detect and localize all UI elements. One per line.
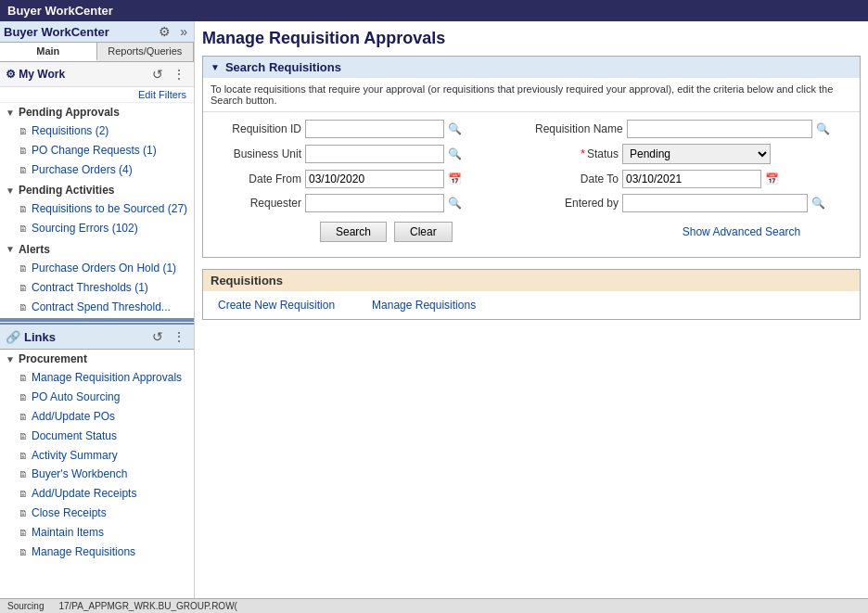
- app-title: Buyer WorkCenter: [7, 4, 113, 18]
- create-new-req-link[interactable]: Create New Requisition: [218, 299, 335, 312]
- group-alerts-header[interactable]: ▼ Alerts: [0, 240, 194, 259]
- scroll-indicator: [0, 318, 194, 322]
- group-pending-approvals-header[interactable]: ▼ Pending Approvals: [0, 103, 194, 121]
- sidebar-item-sourcing-errors[interactable]: 🗎 Sourcing Errors (102): [15, 219, 194, 238]
- page-icon: 🗎: [19, 411, 28, 424]
- page-icon: 🗎: [19, 125, 28, 138]
- page-icon: 🗎: [19, 164, 28, 177]
- sidebar-item-add-update-receipts[interactable]: 🗎 Add/Update Receipts: [15, 484, 194, 504]
- search-box-description: To locate requisitions that require your…: [203, 78, 860, 112]
- group-pending-approvals-label: Pending Approvals: [19, 106, 120, 119]
- sidebar-item-contract-spend[interactable]: 🗎 Contract Spend Threshold...: [15, 298, 194, 317]
- sidebar-item-manage-req-approvals[interactable]: 🗎 Manage Requisition Approvals: [15, 368, 194, 388]
- gear-icon[interactable]: ⚙: [156, 23, 173, 40]
- clear-button[interactable]: Clear: [394, 222, 453, 242]
- sidebar-item-buyers-workbench[interactable]: 🗎 Buyer's Workbench: [15, 465, 194, 484]
- form-group-entered-by: Entered by 🔍: [535, 194, 845, 212]
- group-pending-activities-header[interactable]: ▼ Pending Activities: [0, 181, 194, 199]
- page-icon: 🗎: [19, 262, 28, 275]
- group-alerts-label: Alerts: [19, 243, 50, 256]
- form-group-req-name: Requisition Name 🔍: [535, 120, 845, 138]
- gear-small-icon: ⚙: [6, 68, 16, 81]
- entered-by-search-icon[interactable]: 🔍: [811, 197, 825, 210]
- links-refresh-icon[interactable]: ↺: [149, 328, 166, 345]
- edit-filters-link[interactable]: Edit Filters: [0, 87, 194, 103]
- sidebar-header-icons: ⚙ »: [156, 23, 190, 40]
- search-box: ▼ Search Requisitions To locate requisit…: [202, 56, 861, 258]
- status-select[interactable]: Pending Approved Denied: [622, 144, 771, 164]
- sidebar-item-contract-thresholds[interactable]: 🗎 Contract Thresholds (1): [15, 278, 194, 298]
- status-left: Sourcing: [7, 601, 44, 611]
- date-from-input[interactable]: [305, 170, 444, 188]
- requester-search-icon[interactable]: 🔍: [448, 197, 462, 210]
- group-alerts: ▼ Alerts 🗎 Purchase Orders On Hold (1) 🗎…: [0, 240, 194, 316]
- page-icon: 🗎: [19, 450, 28, 463]
- form-group-req-id: Requisition ID 🔍: [218, 120, 528, 138]
- sidebar-item-po-auto-sourcing[interactable]: 🗎 PO Auto Sourcing: [15, 388, 194, 407]
- sidebar-header: Buyer WorkCenter ⚙ »: [0, 21, 194, 43]
- alerts-items: 🗎 Purchase Orders On Hold (1) 🗎 Contract…: [0, 259, 194, 316]
- search-form: Requisition ID 🔍 Requisition Name 🔍 Busi…: [203, 112, 860, 257]
- group-procurement-label: Procurement: [19, 352, 87, 365]
- group-pending-activities-label: Pending Activities: [19, 184, 115, 197]
- sidebar-item-add-update-pos[interactable]: 🗎 Add/Update POs: [15, 407, 194, 427]
- requester-input[interactable]: [305, 194, 444, 212]
- sidebar-item-reqs-to-source[interactable]: 🗎 Requisitions to be Sourced (27): [15, 199, 194, 219]
- sidebar-item-activity-summary[interactable]: 🗎 Activity Summary: [15, 446, 194, 466]
- links-menu-icon[interactable]: ⋮: [170, 328, 188, 345]
- link-icon: 🔗: [6, 330, 20, 344]
- page-icon: 🗎: [19, 527, 28, 540]
- group-pending-approvals: ▼ Pending Approvals 🗎 Requisitions (2) 🗎…: [0, 103, 194, 179]
- arrow-down-icon-3: ▼: [6, 244, 15, 254]
- results-links: Create New Requisition Manage Requisitio…: [203, 291, 860, 319]
- page-icon: 🗎: [19, 430, 28, 443]
- page-icon: 🗎: [19, 203, 28, 216]
- status-label: Status: [535, 147, 619, 160]
- pending-approvals-items: 🗎 Requisitions (2) 🗎 PO Change Requests …: [0, 121, 194, 179]
- group-procurement: ▼ Procurement 🗎 Manage Requisition Appro…: [0, 350, 194, 561]
- sidebar-item-po-change-requests[interactable]: 🗎 PO Change Requests (1): [15, 141, 194, 160]
- page-icon: 🗎: [19, 391, 28, 404]
- show-advanced-link[interactable]: Show Advanced Search: [683, 225, 800, 238]
- sidebar-item-maintain-items[interactable]: 🗎 Maintain Items: [15, 523, 194, 543]
- triangle-icon: ▼: [211, 62, 220, 72]
- links-title: 🔗 Links: [6, 330, 56, 344]
- date-from-calendar-icon[interactable]: 📅: [448, 172, 462, 185]
- collapse-icon[interactable]: »: [177, 23, 190, 40]
- form-group-date-from: Date From 📅: [218, 170, 528, 188]
- tab-main[interactable]: Main: [0, 43, 97, 61]
- status-bar: Sourcing 17/PA_APPMGR_WRK.BU_GROUP.ROW(: [0, 598, 868, 613]
- button-row: Search Clear Show Advanced Search: [218, 218, 845, 249]
- req-id-search-icon[interactable]: 🔍: [448, 122, 462, 135]
- sidebar: Buyer WorkCenter ⚙ » Main Reports/Querie…: [0, 21, 195, 598]
- req-name-input[interactable]: [627, 120, 812, 138]
- sidebar-item-purchase-orders[interactable]: 🗎 Purchase Orders (4): [15, 160, 194, 180]
- group-procurement-header[interactable]: ▼ Procurement: [0, 350, 194, 368]
- sidebar-item-requisitions[interactable]: 🗎 Requisitions (2): [15, 121, 194, 141]
- form-group-status: Status Pending Approved Denied: [535, 144, 845, 164]
- req-name-search-icon[interactable]: 🔍: [816, 122, 830, 135]
- refresh-icon[interactable]: ↺: [149, 66, 166, 83]
- arrow-down-icon-2: ▼: [6, 185, 15, 196]
- menu-icon[interactable]: ⋮: [170, 66, 188, 83]
- arrow-down-icon: ▼: [6, 108, 15, 118]
- sidebar-item-po-hold[interactable]: 🗎 Purchase Orders On Hold (1): [15, 259, 194, 278]
- tab-reports-queries[interactable]: Reports/Queries: [97, 43, 195, 61]
- entered-by-input[interactable]: [622, 194, 808, 212]
- business-unit-label: Business Unit: [218, 147, 301, 160]
- links-icons: ↺ ⋮: [149, 328, 188, 345]
- sidebar-item-close-receipts[interactable]: 🗎 Close Receipts: [15, 504, 194, 523]
- sidebar-tabs: Main Reports/Queries: [0, 43, 194, 62]
- business-unit-input[interactable]: [305, 145, 444, 163]
- sidebar-item-document-status[interactable]: 🗎 Document Status: [15, 427, 194, 446]
- form-row-2: Business Unit 🔍 Status Pending Approved …: [218, 144, 845, 164]
- business-unit-search-icon[interactable]: 🔍: [448, 147, 462, 160]
- date-to-calendar-icon[interactable]: 📅: [765, 172, 779, 185]
- pending-activities-items: 🗎 Requisitions to be Sourced (27) 🗎 Sour…: [0, 199, 194, 238]
- sidebar-header-title: Buyer WorkCenter: [4, 25, 109, 39]
- req-id-input[interactable]: [305, 120, 444, 138]
- search-button[interactable]: Search: [320, 222, 387, 242]
- manage-req-link[interactable]: Manage Requisitions: [372, 299, 476, 312]
- date-to-input[interactable]: [622, 170, 761, 188]
- sidebar-item-manage-requisitions[interactable]: 🗎 Manage Requisitions: [15, 543, 194, 562]
